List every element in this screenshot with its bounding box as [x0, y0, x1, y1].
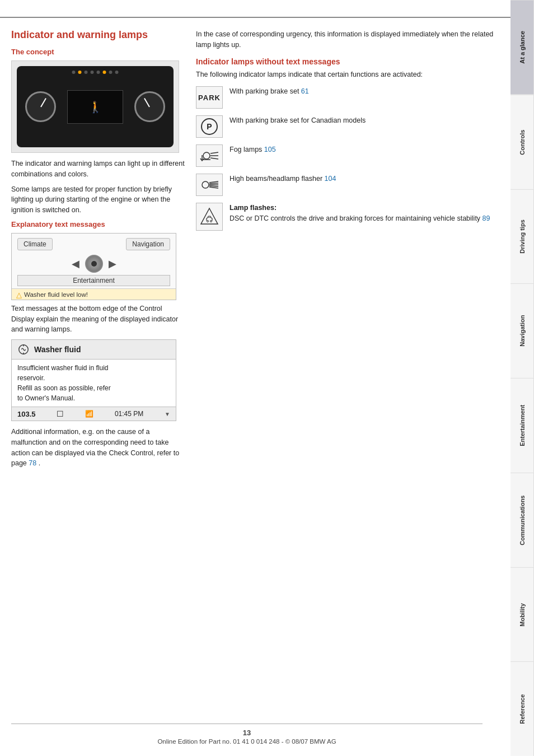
- sidebar-item-reference[interactable]: Reference: [510, 661, 534, 756]
- right-arrow-icon: ▶: [109, 258, 116, 270]
- sidebar-item-navigation[interactable]: Navigation: [510, 283, 534, 378]
- body-text-1: The indicator and warning lamps can ligh…: [11, 158, 185, 180]
- p-circle-icon: P: [201, 118, 218, 135]
- left-gauge: [25, 91, 56, 122]
- svg-point-7: [202, 181, 209, 188]
- ind-dot: [103, 71, 106, 74]
- additional-text-content: Additional information, e.g. on the caus…: [11, 428, 179, 467]
- fog-lamp-svg-icon: [200, 147, 219, 164]
- dsc-svg-icon: [200, 207, 219, 226]
- page-number: 13: [11, 729, 483, 737]
- svg-line-10: [209, 187, 218, 188]
- sidebar-item-mobility[interactable]: Mobility: [510, 567, 534, 662]
- section-title: Indicator and warning lamps: [11, 29, 185, 41]
- ind-dot: [91, 71, 94, 74]
- dsc-lamp-icon: [196, 203, 223, 231]
- ctrl-knob: [85, 255, 103, 273]
- highbeam-desc-text: High beams/headlamp flasher: [229, 175, 325, 183]
- text-messages-body: Text messages at the bottom edge of the …: [11, 304, 185, 335]
- footer-text: Online Edition for Part no. 01 41 0 014 …: [11, 738, 483, 745]
- washer-body: Insufficient washer fluid in fluid reser…: [12, 360, 176, 407]
- washer-title: Washer fluid: [34, 345, 81, 354]
- explanatory-subtitle: Explanatory text messages: [11, 220, 185, 228]
- warning-text: Washer fluid level low!: [24, 291, 88, 298]
- p-circle-lamp-icon: P: [196, 115, 223, 138]
- sidebar-label-entertainment: Entertainment: [519, 405, 526, 446]
- washer-header: Washer fluid: [12, 340, 176, 360]
- park-lamp-icon: PARK: [196, 86, 223, 109]
- page-ref-link[interactable]: 78: [29, 459, 36, 467]
- page-footer: 13 Online Edition for Part no. 01 41 0 0…: [11, 724, 483, 745]
- highbeam-page-ref[interactable]: 104: [325, 175, 336, 183]
- svg-line-3: [210, 152, 218, 153]
- fog-lamp-icon: [196, 144, 223, 167]
- right-column: In the case of corresponding urgency, th…: [196, 29, 499, 473]
- sidebar-label-communications: Communications: [519, 495, 526, 545]
- lamp-row-highbeam: High beams/headlamp flasher 104: [196, 174, 499, 196]
- dsc-lamp-desc: Lamp flashes: DSC or DTC controls the dr…: [229, 203, 499, 224]
- washer-signal-icon: 📶: [85, 410, 93, 418]
- ind-dot: [85, 71, 88, 74]
- lamp-row-fog: Fog lamps 105: [196, 144, 499, 167]
- ind-dot: [72, 71, 76, 74]
- highbeam-lamp-icon: [196, 174, 223, 196]
- lamp-row-park: PARK With parking brake set 61: [196, 86, 499, 109]
- washer-frequency: 103.5: [17, 410, 36, 418]
- fog-page-ref[interactable]: 105: [264, 146, 276, 153]
- sidebar-label-driving-tips: Driving tips: [519, 220, 526, 254]
- body-text-2: Some lamps are tested for proper functio…: [11, 184, 185, 216]
- svg-line-4: [210, 158, 218, 159]
- indicator-section-title: Indicator lamps without text messages: [196, 57, 499, 66]
- svg-line-11: [209, 183, 218, 184]
- right-gauge: [134, 91, 165, 122]
- park-desc-text: With parking brake set: [229, 87, 301, 95]
- sidebar: At a glance Controls Driving tips Naviga…: [510, 0, 534, 756]
- dsc-page-ref[interactable]: 89: [483, 214, 490, 222]
- svg-point-14: [207, 221, 209, 222]
- washer-line-3: Refill as soon as possible, refer: [17, 383, 170, 393]
- center-display: 🚶: [67, 90, 123, 124]
- washer-fluid-box: Washer fluid Insufficient washer fluid i…: [11, 339, 176, 421]
- sidebar-item-driving-tips[interactable]: Driving tips: [510, 189, 534, 284]
- washer-icon: [17, 343, 30, 356]
- sidebar-item-communications[interactable]: Communications: [510, 473, 534, 567]
- washer-bookmark-icon: ☐: [57, 409, 64, 418]
- fog-desc-text: Fog lamps: [229, 146, 264, 153]
- indicator-intro: The following indicator lamps indicate t…: [196, 69, 499, 80]
- cluster-image: 🚶: [11, 60, 179, 153]
- sidebar-label-navigation: Navigation: [519, 315, 526, 347]
- sidebar-label-mobility: Mobility: [519, 603, 526, 627]
- lamp-row-p-circle: P With parking brake set for Canadian mo…: [196, 115, 499, 138]
- svg-point-1: [203, 152, 210, 159]
- entertainment-tab: Entertainment: [17, 275, 170, 286]
- climate-tab: Climate: [17, 238, 53, 250]
- ctrl-warning: △ Washer fluid level low!: [12, 288, 176, 300]
- left-arrow-icon: ◀: [72, 258, 79, 270]
- additional-text-period: .: [39, 459, 40, 467]
- sidebar-label-controls: Controls: [519, 129, 526, 155]
- sidebar-item-entertainment[interactable]: Entertainment: [510, 378, 534, 473]
- warning-triangle-icon: △: [16, 291, 22, 299]
- washer-footer: 103.5 ☐ 📶 01:45 PM ▼: [12, 407, 176, 421]
- ctrl-tabs: Climate Navigation: [12, 234, 176, 255]
- p-circle-desc-text: With parking brake set for Canadian mode…: [229, 116, 366, 124]
- sidebar-label-reference: Reference: [519, 694, 526, 724]
- lamp-row-dsc: Lamp flashes: DSC or DTC controls the dr…: [196, 203, 499, 231]
- svg-line-9: [209, 181, 218, 183]
- sidebar-item-at-a-glance[interactable]: At a glance: [510, 0, 534, 95]
- control-display-image: Climate Navigation ◀ ▶ Entertainment △ W…: [11, 233, 176, 300]
- sidebar-item-controls[interactable]: Controls: [510, 95, 534, 189]
- washer-time: 01:45 PM: [115, 410, 143, 418]
- park-page-ref[interactable]: 61: [301, 87, 309, 95]
- navigation-tab: Navigation: [126, 238, 170, 250]
- ctrl-knob-inner: [91, 261, 97, 267]
- svg-line-12: [209, 186, 218, 186]
- additional-text: Additional information, e.g. on the caus…: [11, 427, 185, 469]
- ind-dot: [78, 71, 82, 74]
- park-text: PARK: [198, 94, 221, 102]
- right-intro-text: In the case of corresponding urgency, th…: [196, 29, 499, 50]
- person-icon: 🚶: [88, 100, 102, 114]
- concept-subtitle: The concept: [11, 48, 185, 56]
- ctrl-center: ◀ ▶: [12, 255, 176, 273]
- fog-lamp-desc: Fog lamps 105: [229, 144, 499, 155]
